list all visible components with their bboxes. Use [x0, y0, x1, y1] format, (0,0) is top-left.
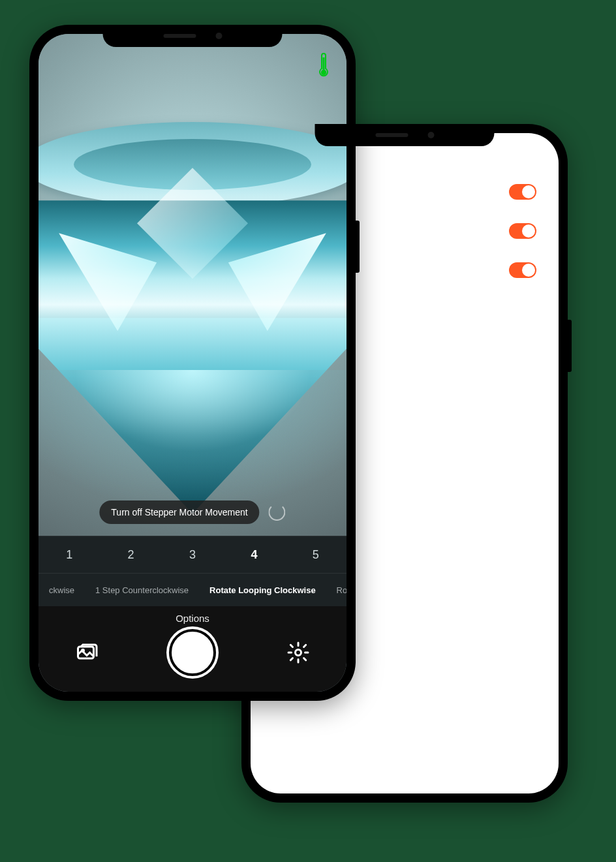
mode-option[interactable]: Rotate	[326, 585, 346, 595]
toast-row: Turn off Stepper Motor Movement	[99, 500, 285, 524]
svg-point-0	[321, 70, 326, 75]
notch	[103, 25, 283, 47]
speed-selector[interactable]: 12345	[38, 536, 346, 574]
phone-camera: Turn off Stepper Motor Movement 12345 ck…	[29, 25, 356, 701]
speed-option-1[interactable]: 1	[38, 536, 100, 573]
toggle-switch[interactable]	[509, 184, 536, 200]
diamond-illustration	[38, 122, 346, 487]
gear-icon	[286, 641, 310, 664]
gallery-button[interactable]	[72, 638, 101, 667]
toast-pill[interactable]: Turn off Stepper Motor Movement	[99, 500, 259, 524]
bottom-bar: Options	[38, 606, 346, 692]
svg-rect-1	[323, 57, 325, 70]
thermometer-icon	[318, 51, 330, 80]
speed-option-2[interactable]: 2	[100, 536, 161, 573]
mode-carousel[interactable]: ckwise1 Step CounterclockwiseRotate Loop…	[38, 574, 346, 606]
camera-viewport[interactable]: Turn off Stepper Motor Movement	[38, 34, 346, 536]
gallery-icon	[75, 641, 99, 664]
loading-spinner-icon	[269, 504, 286, 521]
svg-point-3	[82, 650, 84, 652]
mode-option[interactable]: ckwise	[38, 585, 85, 595]
speed-option-3[interactable]: 3	[162, 536, 223, 573]
shutter-button[interactable]	[169, 629, 216, 676]
mode-option[interactable]: Rotate Looping Clockwise	[199, 585, 326, 595]
camera-screen: Turn off Stepper Motor Movement 12345 ck…	[38, 34, 346, 692]
speed-option-4[interactable]: 4	[223, 536, 285, 573]
speed-option-5[interactable]: 5	[285, 536, 346, 573]
toggle-switch[interactable]	[509, 223, 536, 239]
toggle-switch[interactable]	[509, 262, 536, 278]
notch	[315, 124, 495, 146]
svg-point-4	[296, 650, 301, 656]
settings-button[interactable]	[284, 638, 313, 667]
options-label: Options	[38, 613, 346, 624]
mode-option[interactable]: 1 Step Counterclockwise	[85, 585, 199, 595]
